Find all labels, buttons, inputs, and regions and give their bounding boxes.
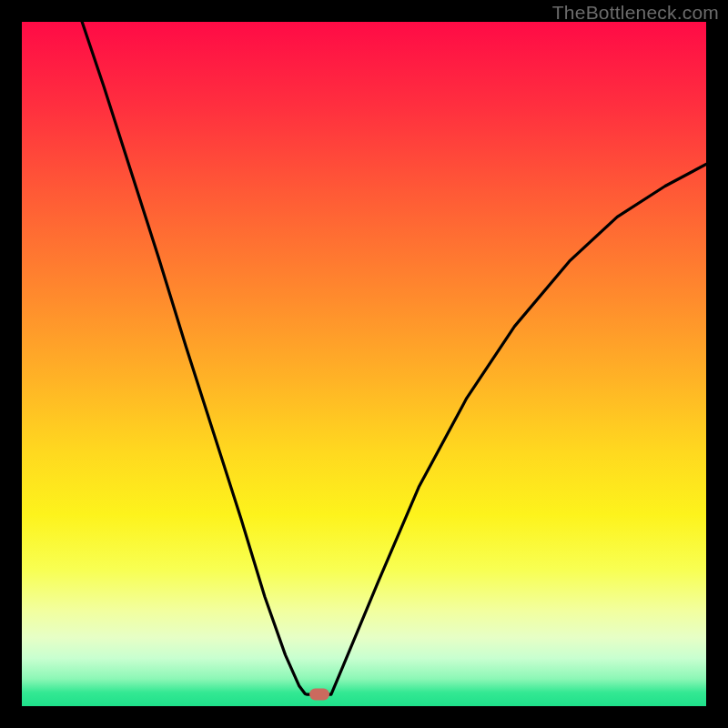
bottleneck-curve [82,22,706,694]
curve-layer [22,22,706,706]
chart-frame: TheBottleneck.com [0,0,728,728]
watermark-text: TheBottleneck.com [552,2,719,24]
plot-area [22,22,706,706]
minimum-marker [309,689,329,701]
